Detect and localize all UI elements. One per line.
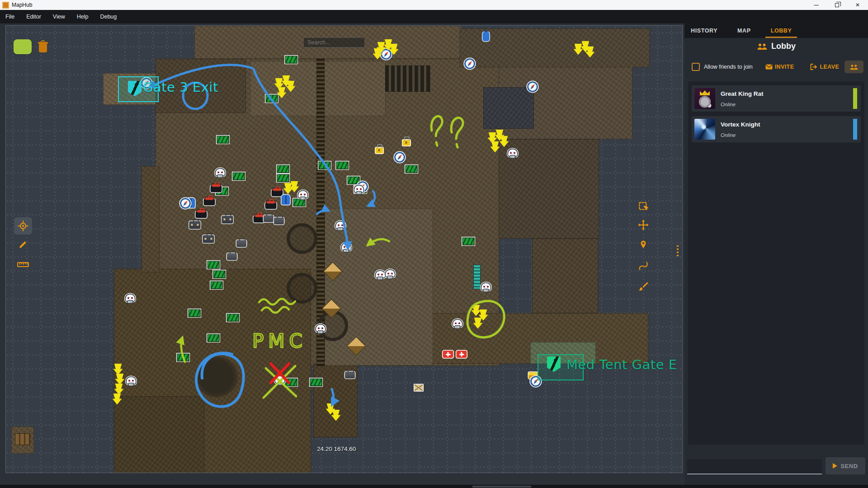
map-icon-skull[interactable] — [316, 325, 325, 332]
map-icon-crate[interactable] — [233, 173, 245, 180]
map-icon-duffle[interactable] — [272, 190, 283, 197]
map-icon-toolbox[interactable] — [227, 253, 237, 260]
map-icon-jug[interactable] — [483, 32, 490, 41]
map-icon-skull[interactable] — [481, 283, 491, 290]
map-icon-case[interactable] — [189, 221, 201, 229]
map-icon-medkit[interactable] — [457, 351, 467, 358]
map-icon-skull[interactable] — [275, 376, 284, 383]
map-icon-tanbox[interactable] — [415, 385, 423, 391]
map-icon-duffle[interactable] — [204, 199, 215, 206]
tab-history[interactable]: HISTORY — [690, 24, 718, 38]
map-icon-case[interactable] — [203, 235, 214, 243]
map-icon-compass[interactable] — [527, 81, 538, 92]
map-icon-skull[interactable] — [216, 169, 225, 176]
map-icon-crate[interactable] — [208, 334, 220, 342]
map-icon-tank[interactable] — [287, 273, 317, 304]
member-card[interactable]: Vortex KnightOnline — [692, 116, 861, 142]
menu-item-help[interactable]: Help — [77, 14, 89, 20]
tool-brush-button[interactable] — [634, 278, 652, 295]
map-icon-crate[interactable] — [211, 282, 223, 289]
send-button[interactable]: SEND — [826, 457, 865, 474]
map-icon-jacket[interactable] — [282, 195, 290, 205]
map-icon-lock[interactable] — [403, 140, 410, 146]
allow-friends-checkbox[interactable] — [692, 63, 700, 71]
map-icon-duffle[interactable] — [265, 202, 277, 209]
color-swatch-button[interactable] — [14, 39, 32, 54]
tool-pin-button[interactable] — [634, 236, 652, 253]
map-icon-toolbox[interactable] — [274, 218, 284, 225]
map-icon-crate[interactable] — [277, 174, 289, 182]
map-icon-compass[interactable] — [180, 198, 191, 209]
menu-item-view[interactable]: View — [53, 14, 65, 20]
tool-ruler-button[interactable] — [14, 256, 32, 273]
leave-button[interactable]: LEAVE — [810, 64, 839, 70]
tab-lobby[interactable]: LOBBY — [770, 24, 793, 38]
map-icon-crate[interactable] — [208, 261, 220, 269]
map-viewport[interactable]: PMC Gate 3 ExitMed Tent Gate E 24.20 167… — [5, 25, 683, 473]
map-icon-toolbox[interactable] — [236, 240, 246, 247]
tool-marquee-button[interactable] — [634, 198, 652, 215]
map-icon-crate[interactable] — [217, 136, 229, 144]
map-icon-skull[interactable] — [354, 186, 363, 192]
map-icon-crate[interactable] — [213, 271, 226, 278]
map-icon-crate[interactable] — [266, 95, 278, 103]
restore-button[interactable] — [826, 0, 847, 10]
tool-spline-button[interactable] — [634, 257, 652, 274]
map-icon-crate[interactable] — [319, 162, 331, 169]
map-icon-crate[interactable] — [285, 56, 297, 64]
map-icon-skull[interactable] — [127, 377, 136, 384]
map-icon-skull[interactable] — [298, 191, 307, 198]
map-icon-crate[interactable] — [177, 354, 189, 361]
minimize-button[interactable] — [806, 0, 826, 10]
invite-button[interactable]: INVITE — [765, 64, 794, 70]
map-icon-crate[interactable] — [336, 162, 349, 169]
map-icon-duffle[interactable] — [254, 216, 265, 223]
map-icon-toolbox[interactable] — [345, 372, 355, 379]
map-icon-crate[interactable] — [227, 314, 239, 322]
panel-splitter-handle[interactable] — [677, 245, 679, 257]
map-icon-compass[interactable] — [394, 152, 405, 163]
map-icon-crate[interactable] — [310, 379, 322, 386]
map-icon-lock[interactable] — [376, 148, 383, 154]
map-icon-crate[interactable] — [462, 238, 475, 245]
map-icon-compass[interactable] — [464, 58, 475, 69]
map-icon-case[interactable] — [222, 216, 233, 224]
map-icon-crate[interactable] — [277, 165, 289, 173]
tab-map[interactable]: MAP — [736, 24, 752, 38]
tool-pencil-button[interactable] — [14, 236, 32, 253]
member-card[interactable]: Great King RatOnline — [692, 85, 861, 112]
menu-item-editor[interactable]: Editor — [26, 14, 41, 20]
map-icon-skull[interactable] — [126, 295, 135, 301]
search-input[interactable] — [303, 38, 365, 47]
scrollbar-thumb[interactable] — [472, 486, 531, 488]
map-icon-medkit[interactable] — [443, 351, 453, 358]
map-icon-crate[interactable] — [406, 165, 418, 173]
map-icon-skull[interactable] — [386, 270, 395, 277]
map-icon-tank[interactable] — [287, 223, 317, 254]
title-bar: MapHub ✕ — [0, 0, 868, 10]
map-icon-crate[interactable] — [189, 310, 201, 317]
map-icon-skull[interactable] — [453, 320, 462, 327]
map-icon-skull[interactable] — [336, 222, 345, 229]
chat-input[interactable] — [687, 459, 822, 474]
map-icon-duffle[interactable] — [211, 186, 222, 192]
tool-move-button[interactable] — [634, 217, 652, 234]
horizontal-scrollbar[interactable] — [0, 485, 868, 488]
map-icon-pit[interactable] — [195, 357, 238, 397]
members-button[interactable] — [844, 61, 863, 73]
map-icon-duffle[interactable] — [196, 211, 207, 218]
map-icon-toolbox[interactable] — [264, 216, 274, 222]
map-icon-skull[interactable] — [342, 244, 351, 250]
trash-button[interactable] — [38, 40, 48, 53]
tool-locate-button[interactable] — [14, 217, 32, 235]
map-icon-fence[interactable] — [474, 265, 480, 289]
close-button[interactable]: ✕ — [847, 0, 868, 10]
locate-icon — [17, 220, 29, 232]
map-icon-skull[interactable] — [376, 271, 385, 278]
map-icon-barrels[interactable] — [15, 433, 30, 445]
map-icon-crate[interactable] — [285, 379, 297, 386]
menu-item-debug[interactable]: Debug — [100, 14, 117, 20]
map-icon-skull[interactable] — [508, 150, 517, 156]
menu-item-file[interactable]: File — [5, 14, 14, 20]
map-icon-crate[interactable] — [293, 199, 306, 206]
